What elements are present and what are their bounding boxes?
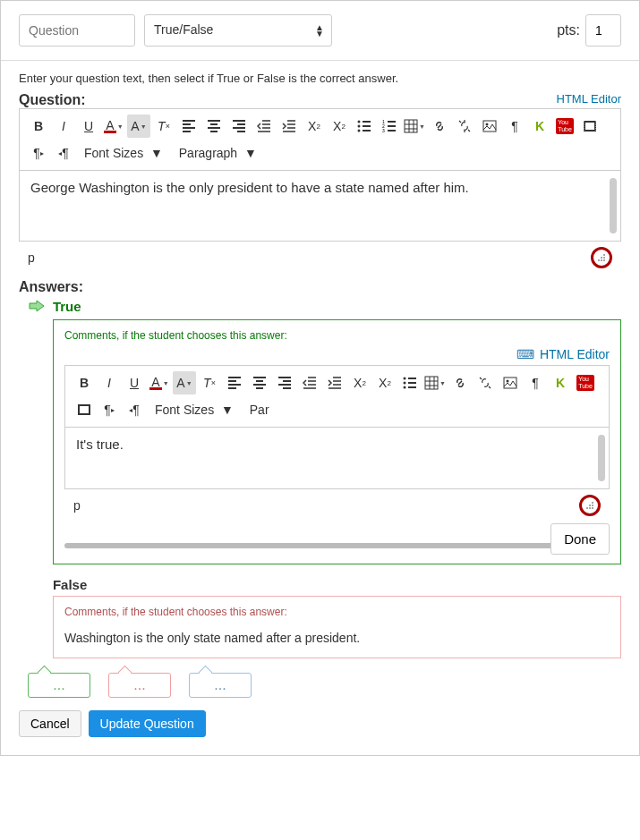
number-list-icon[interactable]: 123 (378, 115, 401, 138)
question-type-value: True/False (154, 22, 213, 37)
italic-icon[interactable]: I (98, 371, 121, 395)
done-button[interactable]: Done (550, 523, 610, 555)
ltr-icon[interactable]: ¶▸ (98, 398, 121, 421)
false-comment-box[interactable]: Comments, if the student chooses this an… (53, 596, 621, 658)
unlink-icon[interactable] (453, 115, 476, 138)
table-icon[interactable]: ▼ (403, 115, 426, 138)
incorrect-comment-bubble[interactable]: ... (108, 673, 171, 698)
bg-color-icon[interactable]: A▼ (127, 115, 150, 138)
svg-point-11 (603, 254, 605, 256)
link-icon[interactable] (448, 371, 472, 395)
question-label: Question: (19, 92, 86, 107)
keyboard-icon: ⌨ (516, 347, 534, 361)
horizontal-scrollbar[interactable] (64, 543, 556, 548)
align-right-icon[interactable] (273, 371, 296, 395)
table-icon[interactable]: ▼ (423, 371, 447, 395)
align-right-icon[interactable] (227, 115, 251, 138)
text-color-icon[interactable]: A▼ (148, 371, 171, 395)
svg-rect-6 (405, 120, 417, 132)
scrollbar[interactable] (610, 178, 617, 233)
true-comment-box: Comments, if the student chooses this an… (53, 319, 621, 564)
answer-false: False Comments, if the student chooses t… (28, 577, 621, 658)
answer-true: True Comments, if the student chooses th… (28, 299, 621, 564)
svg-point-15 (601, 259, 602, 261)
paragraph-dropdown[interactable]: Paragraph ▼ (172, 146, 264, 160)
outdent-icon[interactable] (298, 371, 321, 395)
true-comment-toolbar: B I U A▼ A▼ T× X2 X2 ▼ ¶ K YouT (64, 365, 610, 427)
ltr-icon[interactable]: ¶▸ (27, 141, 50, 165)
clear-format-icon[interactable]: T× (198, 371, 221, 395)
pts-input[interactable] (585, 14, 621, 47)
svg-rect-24 (80, 406, 89, 413)
correct-comment-bubble[interactable]: ... (28, 673, 90, 698)
superscript-icon[interactable]: X2 (303, 115, 326, 138)
resize-handle[interactable] (591, 247, 612, 268)
false-comment-label: Comments, if the student chooses this an… (64, 606, 610, 618)
outdent-icon[interactable] (252, 115, 276, 138)
align-left-icon[interactable] (177, 115, 201, 138)
youtube-icon[interactable]: YouTube (553, 115, 576, 138)
true-comment-content: It's true. (76, 437, 124, 452)
clear-format-icon[interactable]: T× (152, 115, 175, 138)
indent-icon[interactable] (323, 371, 346, 395)
pilcrow-icon[interactable]: ¶ (503, 115, 526, 138)
question-text-content: George Washington is the only president … (30, 180, 469, 195)
correct-arrow-icon (28, 299, 46, 316)
pilcrow-icon[interactable]: ¶ (524, 371, 547, 395)
kaltura-icon[interactable]: K (528, 115, 551, 138)
svg-point-28 (586, 507, 588, 509)
instruction-text: Enter your question text, then select if… (19, 72, 621, 85)
underline-icon[interactable]: U (77, 115, 100, 138)
image-icon[interactable] (478, 115, 501, 138)
align-center-icon[interactable] (202, 115, 226, 138)
resize-handle[interactable] (579, 495, 601, 516)
svg-point-2 (358, 130, 361, 132)
kaltura-icon[interactable]: K (549, 371, 572, 395)
media-icon[interactable] (73, 398, 96, 421)
scrollbar[interactable] (598, 435, 605, 481)
media-icon[interactable] (578, 115, 602, 138)
question-status-bar: p (19, 242, 621, 268)
svg-point-30 (592, 507, 593, 509)
bg-color-icon[interactable]: A▼ (173, 371, 196, 395)
general-comment-bubble[interactable]: ... (189, 673, 252, 698)
underline-icon[interactable]: U (123, 371, 146, 395)
true-comment-textarea[interactable]: It's true. (64, 427, 610, 489)
italic-icon[interactable]: I (52, 115, 75, 138)
paragraph-dropdown[interactable]: Par (243, 403, 277, 417)
question-textarea[interactable]: George Washington is the only president … (19, 170, 621, 242)
svg-point-25 (592, 502, 593, 504)
svg-point-22 (507, 380, 509, 383)
html-editor-link[interactable]: HTML Editor (557, 92, 621, 106)
font-sizes-dropdown[interactable]: Font Sizes ▼ (148, 403, 241, 417)
youtube-icon[interactable]: YouTube (574, 371, 597, 395)
font-sizes-dropdown[interactable]: Font Sizes ▼ (77, 146, 170, 160)
update-question-button[interactable]: Update Question (89, 710, 206, 737)
inner-html-editor-link[interactable]: ⌨HTML Editor (516, 347, 610, 361)
question-toolbar: B I U A▼ A▼ T× X2 X2 123 ▼ ¶ K YouTube ¶… (19, 108, 621, 170)
indent-icon[interactable] (277, 115, 301, 138)
text-color-icon[interactable]: A▼ (102, 115, 125, 138)
bold-icon[interactable]: B (27, 115, 50, 138)
subscript-icon[interactable]: X2 (373, 371, 397, 395)
bullet-list-icon[interactable] (353, 115, 376, 138)
superscript-icon[interactable]: X2 (348, 371, 371, 395)
question-name-input[interactable] (19, 14, 135, 47)
align-left-icon[interactable] (223, 371, 246, 395)
image-icon[interactable] (499, 371, 522, 395)
rtl-icon[interactable]: ◂¶ (123, 398, 146, 421)
rtl-icon[interactable]: ◂¶ (52, 141, 75, 165)
pts-label: pts: (557, 22, 580, 38)
cancel-button[interactable]: Cancel (19, 710, 81, 737)
svg-point-13 (603, 257, 605, 259)
unlink-icon[interactable] (474, 371, 497, 395)
circle-highlight-icon (579, 495, 601, 516)
question-type-select[interactable]: True/False ▲▼ (144, 14, 332, 47)
link-icon[interactable] (428, 115, 451, 138)
align-center-icon[interactable] (248, 371, 271, 395)
false-comment-content: Washington is the only state named after… (64, 624, 610, 649)
subscript-icon[interactable]: X2 (328, 115, 351, 138)
bold-icon[interactable]: B (73, 371, 96, 395)
bullet-list-icon[interactable] (398, 371, 422, 395)
divider (1, 60, 639, 61)
